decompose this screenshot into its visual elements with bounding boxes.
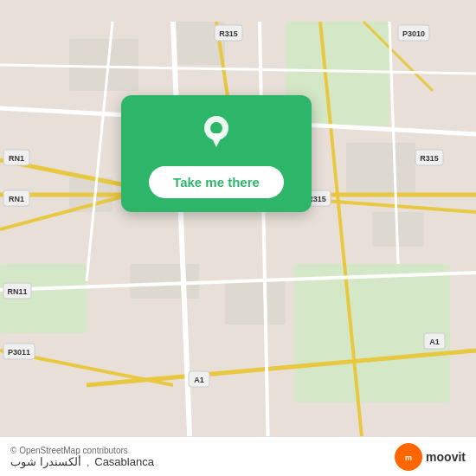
svg-text:A1: A1 — [429, 338, 440, 346]
svg-point-50 — [210, 122, 222, 134]
svg-text:R315: R315 — [219, 29, 238, 38]
location-label: ألكسندرا شوب — [10, 455, 81, 468]
location-city: Casablanca — [94, 455, 154, 468]
take-me-there-button[interactable]: Take me there — [149, 166, 284, 198]
action-card: Take me there — [121, 95, 312, 212]
svg-rect-5 — [69, 39, 138, 91]
svg-text:P3011: P3011 — [8, 348, 30, 357]
svg-rect-6 — [225, 281, 286, 325]
svg-text:m: m — [405, 453, 412, 462]
location-info: ألكسندرا شوب , Casablanca — [10, 455, 154, 468]
bottom-info: © OpenStreetMap contributors ألكسندرا شو… — [10, 446, 154, 468]
bottom-bar: © OpenStreetMap contributors ألكسندرا شو… — [0, 436, 476, 476]
svg-marker-51 — [209, 133, 223, 147]
svg-rect-7 — [130, 264, 199, 299]
svg-text:R315: R315 — [420, 154, 439, 163]
svg-rect-9 — [346, 143, 415, 195]
map-background: RN1 RN1 RN11 R315 R315 R315 P3010 P3011 … — [0, 0, 476, 476]
moovit-logo: m moovit — [395, 443, 466, 471]
svg-text:RN1: RN1 — [9, 195, 24, 203]
svg-text:P3010: P3010 — [402, 29, 425, 38]
svg-text:A1: A1 — [194, 376, 204, 384]
map-container: RN1 RN1 RN11 R315 R315 R315 P3010 P3011 … — [0, 0, 476, 476]
moovit-text: moovit — [426, 450, 466, 464]
moovit-icon: m — [395, 443, 422, 471]
attribution-text: © OpenStreetMap contributors — [10, 446, 154, 455]
svg-text:RN1: RN1 — [9, 154, 24, 163]
location-pin-icon — [194, 111, 239, 156]
svg-text:RN11: RN11 — [7, 287, 27, 296]
